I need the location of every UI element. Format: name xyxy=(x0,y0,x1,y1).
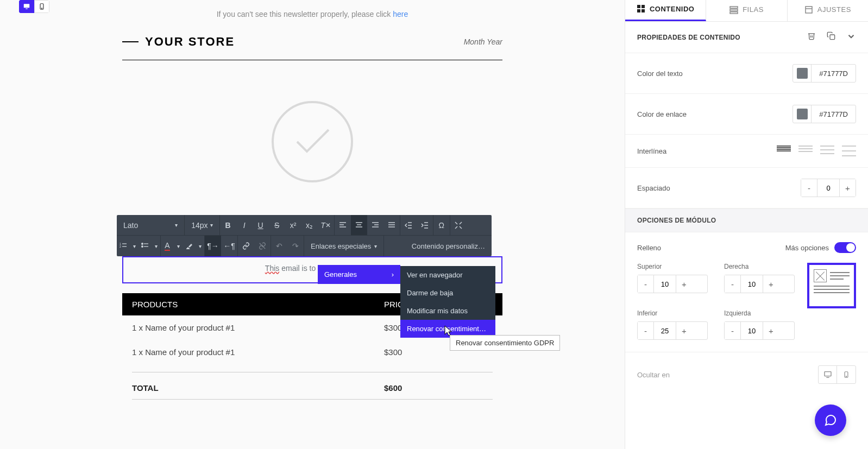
ordered-list-more-button[interactable]: ▾ xyxy=(130,236,139,256)
padding-top-minus[interactable]: - xyxy=(638,275,654,293)
preview-here-link[interactable]: here xyxy=(393,10,408,18)
padding-bottom-label: Inferior xyxy=(637,309,708,317)
svg-rect-36 xyxy=(730,9,738,11)
tab-ajustes[interactable]: AJUSTES xyxy=(788,0,868,21)
insert-link-button[interactable] xyxy=(238,236,254,256)
checkmark-circle-icon xyxy=(272,101,353,182)
svg-rect-1 xyxy=(26,9,28,9)
device-desktop-button[interactable] xyxy=(19,0,34,13)
chevron-right-icon: › xyxy=(392,270,394,279)
padding-top-stepper: - + xyxy=(637,275,708,293)
spacing-plus-button[interactable]: + xyxy=(839,179,856,197)
store-name: YOUR STORE xyxy=(145,35,235,49)
link-color-input[interactable]: #71777D xyxy=(792,105,856,123)
delete-button[interactable] xyxy=(807,31,816,43)
submenu-ver-navegador[interactable]: Ver en navegador xyxy=(400,266,495,284)
bold-button[interactable]: B xyxy=(220,215,236,235)
spacing-label: Espaciado xyxy=(637,184,670,192)
svg-rect-32 xyxy=(641,5,645,8)
italic-button[interactable]: I xyxy=(236,215,253,235)
padding-top-plus[interactable]: + xyxy=(676,275,692,293)
collapse-toolbar-button[interactable] xyxy=(450,215,467,235)
svg-rect-37 xyxy=(730,12,738,14)
submenu-modificar-datos[interactable]: Modificar mis datos xyxy=(400,302,495,320)
ltr-button[interactable]: ¶→ xyxy=(205,236,221,256)
subscript-button[interactable]: x₂ xyxy=(301,215,318,235)
padding-bottom-minus[interactable]: - xyxy=(638,322,654,339)
highlight-color-button[interactable] xyxy=(183,236,196,256)
spacing-input[interactable] xyxy=(817,179,839,197)
superscript-button[interactable]: x² xyxy=(285,215,301,235)
device-mobile-button[interactable] xyxy=(34,0,49,13)
clear-format-button[interactable]: T✕ xyxy=(318,215,334,235)
lineheight-option-4[interactable] xyxy=(842,146,856,156)
submenu-darme-baja[interactable]: Darme de baja xyxy=(400,284,495,302)
padding-right-plus[interactable]: + xyxy=(763,275,779,293)
svg-rect-34 xyxy=(641,9,645,12)
spacing-minus-button[interactable]: - xyxy=(801,179,817,197)
device-toggle xyxy=(19,0,49,13)
custom-content-dropdown[interactable]: Contenido personaliz… xyxy=(405,242,492,250)
strikethrough-button[interactable]: S xyxy=(269,215,285,235)
padding-bottom-input[interactable] xyxy=(654,322,676,339)
remove-link-button[interactable] xyxy=(254,236,271,256)
chevron-down-icon: ▾ xyxy=(210,222,213,228)
menu-generales[interactable]: Generales › xyxy=(318,265,400,284)
align-center-button[interactable] xyxy=(351,215,367,235)
text-color-label: Color del texto xyxy=(637,69,683,78)
indent-button[interactable] xyxy=(417,215,433,235)
text-color-button[interactable]: A xyxy=(161,236,174,256)
padding-left-plus[interactable]: + xyxy=(763,322,779,339)
duplicate-button[interactable] xyxy=(827,31,835,43)
align-justify-button[interactable] xyxy=(383,215,400,235)
tab-filas[interactable]: FILAS xyxy=(706,0,787,21)
chevron-down-icon: ▾ xyxy=(374,243,377,249)
outdent-button[interactable] xyxy=(400,215,417,235)
svg-point-3 xyxy=(41,8,42,9)
padding-left-input[interactable] xyxy=(741,322,763,339)
undo-button[interactable]: ↶ xyxy=(271,236,287,256)
padding-left-minus[interactable]: - xyxy=(725,322,741,339)
lineheight-option-3[interactable] xyxy=(820,146,834,156)
collapse-section-button[interactable] xyxy=(846,31,856,43)
font-size-select[interactable]: 14px ▾ xyxy=(185,215,219,235)
rtl-button[interactable]: ←¶ xyxy=(221,236,237,256)
align-right-button[interactable] xyxy=(367,215,383,235)
text-color-more-button[interactable]: ▾ xyxy=(174,236,183,256)
svg-text:2: 2 xyxy=(119,245,121,248)
align-left-button[interactable] xyxy=(335,215,351,235)
special-char-button[interactable]: Ω xyxy=(433,215,450,235)
content-properties-title: PROPIEDADES DE CONTENIDO xyxy=(637,34,740,41)
lineheight-option-1[interactable] xyxy=(777,146,791,156)
tooltip: Renovar consentimiento GDPR xyxy=(450,335,560,351)
padding-bottom-plus[interactable]: + xyxy=(676,322,692,339)
hide-on-desktop-button[interactable] xyxy=(819,366,837,383)
month-year: Month Year xyxy=(464,37,502,46)
table-row: 1 x Name of your product #1 $300 xyxy=(122,340,502,364)
padding-right-input[interactable] xyxy=(741,275,763,293)
ocultar-label: Ocultar en xyxy=(637,371,670,379)
tab-contenido[interactable]: CONTENIDO xyxy=(625,0,706,21)
special-links-dropdown[interactable]: Enlaces especiales▾ xyxy=(304,236,383,256)
redo-button[interactable]: ↷ xyxy=(287,236,304,256)
highlight-color-more-button[interactable]: ▾ xyxy=(196,236,204,256)
text-color-input[interactable]: #71777D xyxy=(792,64,856,83)
help-fab-button[interactable] xyxy=(815,404,846,436)
unordered-list-button[interactable] xyxy=(139,236,152,256)
svg-rect-40 xyxy=(830,35,835,40)
more-options-toggle[interactable] xyxy=(834,242,856,253)
svg-rect-0 xyxy=(24,4,30,8)
preview-link-text: If you can't see this newsletter properl… xyxy=(122,10,502,18)
rich-text-toolbar: Lato ▾ 14px ▾ B I U S x² x₂ T✕ xyxy=(117,215,492,256)
underline-button[interactable]: U xyxy=(253,215,269,235)
ordered-list-button[interactable]: 12 xyxy=(117,236,130,256)
svg-rect-38 xyxy=(806,7,812,13)
total-row: TOTAL $600 xyxy=(122,372,502,399)
lineheight-option-2[interactable] xyxy=(798,146,813,156)
font-family-select[interactable]: Lato ▾ xyxy=(117,215,185,235)
padding-top-input[interactable] xyxy=(654,275,676,293)
hide-on-mobile-button[interactable] xyxy=(837,366,856,383)
sidebar: CONTENIDO FILAS AJUSTES PROPIEDADES DE C… xyxy=(625,0,868,449)
unordered-list-more-button[interactable]: ▾ xyxy=(152,236,160,256)
padding-right-minus[interactable]: - xyxy=(725,275,741,293)
